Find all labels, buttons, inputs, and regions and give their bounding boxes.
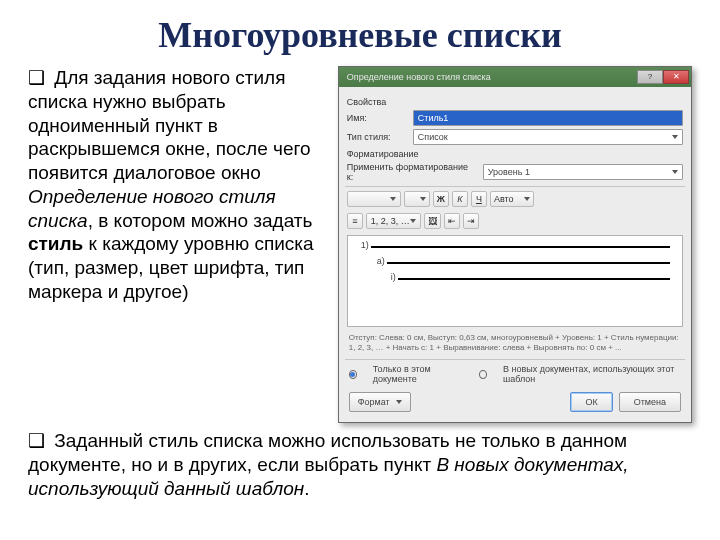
divider [537, 191, 543, 207]
dialog-titlebar: Определение нового стиля списка ? ✕ [339, 67, 691, 87]
left-paragraph: ❑ Для задания нового стиля списка нужно … [28, 66, 330, 423]
close-button[interactable]: ✕ [663, 70, 689, 84]
format-toolbar: Ж К Ч Авто [347, 191, 683, 207]
bullet-icon: ❑ [28, 67, 45, 88]
num-style-select[interactable]: 1, 2, 3, … [366, 213, 421, 229]
type-label: Тип стиля: [347, 132, 407, 142]
underline-button[interactable]: Ч [471, 191, 487, 207]
style-description: Отступ: Слева: 0 см, Выступ: 0,63 см, мн… [349, 333, 681, 353]
bold-button[interactable]: Ж [433, 191, 449, 207]
preview-pane: 1) a) i) [347, 235, 683, 327]
radio-new-docs[interactable] [479, 370, 487, 379]
dialog-title: Определение нового стиля списка [347, 72, 491, 82]
p1-bold: стиль [28, 233, 83, 254]
indent-dec-button[interactable]: ⇤ [444, 213, 460, 229]
chevron-down-icon [396, 400, 402, 404]
font-size-select[interactable] [404, 191, 430, 207]
preview-num-1: 1) [359, 240, 371, 250]
preview-num-2: a) [375, 256, 387, 266]
bullet-icon: ❑ [28, 430, 45, 451]
p2-post: . [304, 478, 309, 499]
chevron-down-icon [410, 219, 416, 223]
slide-title: Многоуровневые списки [28, 14, 692, 56]
apply-select[interactable]: Уровень 1 [483, 164, 683, 180]
help-button[interactable]: ? [637, 70, 663, 84]
format-btn-label: Формат [358, 397, 390, 407]
chevron-down-icon [672, 170, 678, 174]
num-style-value: 1, 2, 3, … [371, 216, 410, 226]
list-type-a[interactable]: ≡ [347, 213, 363, 229]
p1-mid: , в котором можно задать [88, 210, 313, 231]
bottom-paragraph: ❑ Заданный стиль списка можно использова… [28, 429, 692, 500]
chevron-down-icon [420, 197, 426, 201]
section-props: Свойства [347, 97, 683, 107]
apply-label: Применить форматирование к: [347, 162, 477, 182]
radio-this-doc[interactable] [349, 370, 357, 379]
italic-button[interactable]: К [452, 191, 468, 207]
ok-button[interactable]: ОК [570, 392, 612, 412]
insert-image-button[interactable]: 🖼 [424, 213, 441, 229]
color-value: Авто [494, 194, 514, 204]
name-input[interactable]: Стиль1 [413, 110, 683, 126]
radio-this-label: Только в этом документе [373, 364, 463, 384]
chevron-down-icon [524, 197, 530, 201]
name-label: Имя: [347, 113, 407, 123]
preview-num-3: i) [389, 272, 398, 282]
color-select[interactable]: Авто [490, 191, 534, 207]
font-name-select[interactable] [347, 191, 401, 207]
chevron-down-icon [390, 197, 396, 201]
type-value: Список [418, 132, 448, 142]
type-select[interactable]: Список [413, 129, 683, 145]
chevron-down-icon [672, 135, 678, 139]
cancel-button[interactable]: Отмена [619, 392, 681, 412]
section-format: Форматирование [347, 149, 683, 159]
dialog-screenshot: Определение нового стиля списка ? ✕ Свой… [338, 66, 692, 423]
apply-value: Уровень 1 [488, 167, 530, 177]
p1-pre: Для задания нового стиля списка нужно вы… [28, 67, 311, 183]
format-button[interactable]: Формат [349, 392, 411, 412]
radio-new-label: В новых документах, использующих этот ша… [503, 364, 681, 384]
indent-inc-button[interactable]: ⇥ [463, 213, 479, 229]
